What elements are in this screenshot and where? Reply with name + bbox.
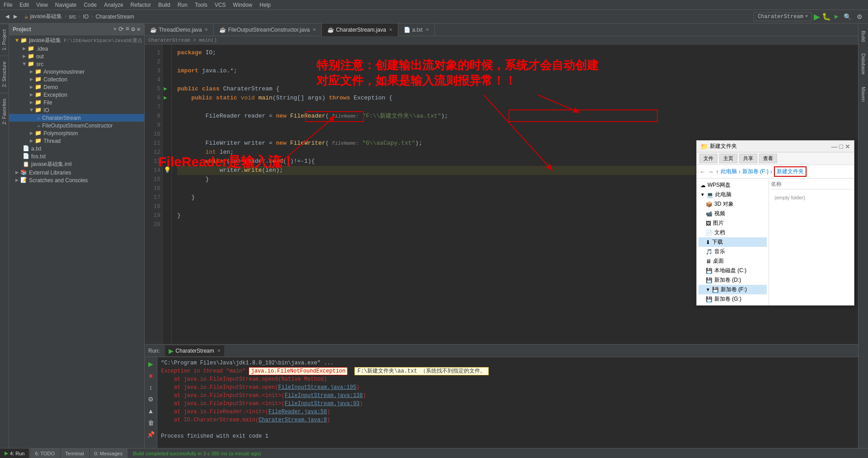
- exp-item-cdrive[interactable]: 💾 本地磁盘 (C:): [698, 266, 767, 275]
- run-rerun-button[interactable]: ▶: [146, 359, 156, 369]
- sidebar-tab-structure[interactable]: 2: Structure: [0, 56, 9, 93]
- output-path-4[interactable]: FileInputStream.java:138: [285, 392, 363, 399]
- explorer-toolbar-file-button[interactable]: 文件: [699, 154, 717, 163]
- tree-item-root[interactable]: ▼ 📁 javase基础集 F:\IDEAworkSpace\JavaSE重点: [9, 36, 144, 45]
- sidebar-tab-favorites[interactable]: 2: Favorites: [0, 93, 9, 130]
- explorer-up-button[interactable]: ↑: [716, 168, 719, 175]
- tree-item-src[interactable]: ▼ 📁 src: [9, 60, 144, 68]
- breadcrumb-project[interactable]: javase基础集: [30, 13, 62, 20]
- debug-button[interactable]: 🐛: [822, 12, 831, 21]
- tree-item-out[interactable]: ▶ 📁 out: [9, 52, 144, 60]
- panel-collapse-icon[interactable]: ≡: [126, 25, 129, 33]
- menu-help[interactable]: Help: [259, 2, 271, 8]
- breadcrumb-src[interactable]: src: [69, 14, 76, 20]
- tab-charaterstream[interactable]: ☕ CharaterStream.java ✕: [322, 24, 398, 36]
- tab-cs-close[interactable]: ✕: [389, 27, 392, 32]
- run-tab-charaterstream[interactable]: ▶ CharaterStream ✕: [165, 345, 224, 356]
- exp-item-music[interactable]: 🎵 音乐: [698, 247, 767, 256]
- tree-item-demo[interactable]: ▶ 📁 Demo: [9, 83, 144, 91]
- menu-edit[interactable]: Edit: [19, 2, 29, 8]
- bottom-tab-messages[interactable]: 0: Messages: [90, 449, 127, 458]
- exp-item-thispc[interactable]: ▼ 💻 此电脑: [698, 190, 767, 199]
- explorer-back-button[interactable]: ←: [699, 168, 706, 175]
- menu-navigate[interactable]: Navigate: [55, 2, 76, 8]
- toolbar-search-button[interactable]: 🔍: [842, 12, 853, 21]
- exp-item-pictures[interactable]: 🖼 图片: [698, 218, 767, 228]
- output-path-3[interactable]: FileInputStream.java:195: [278, 384, 356, 391]
- explorer-forward-button[interactable]: →: [708, 168, 714, 175]
- output-path-6[interactable]: FileReader.java:58: [269, 409, 327, 415]
- tab-threaddemo[interactable]: ☕ ThreadDemo.java ✕: [145, 24, 214, 36]
- run-clear-btn[interactable]: 🗑: [146, 418, 156, 428]
- exp-item-desktop[interactable]: 🖥 桌面: [698, 256, 767, 266]
- tree-item-atxt[interactable]: 📄 a.txt: [9, 145, 144, 152]
- output-path-5[interactable]: FileInputStream.java:93: [285, 401, 360, 407]
- run-fold-btn[interactable]: ▲: [146, 406, 156, 416]
- run-stop-button[interactable]: ■: [146, 371, 156, 381]
- bottom-tab-terminal[interactable]: Terminal: [61, 449, 89, 458]
- tree-item-fostxt[interactable]: 📄 fos.txt: [9, 152, 144, 160]
- run-settings-btn[interactable]: ⚙: [146, 394, 156, 404]
- panel-dropdown-arrow[interactable]: ▼: [113, 27, 117, 32]
- explorer-toolbar-share-button[interactable]: 共享: [739, 154, 757, 163]
- explorer-maximize-button[interactable]: □: [840, 143, 843, 150]
- tree-item-file[interactable]: ▶ 📁 File: [9, 99, 144, 106]
- run-output[interactable]: "C:\Program Files\Java\jdk1.8.0_192\bin\…: [157, 357, 858, 448]
- run-config[interactable]: CharaterStream ▼: [754, 12, 812, 21]
- tree-item-thread[interactable]: ▶ 📁 Thread: [9, 137, 144, 145]
- toolbar-forward-button[interactable]: ▶: [12, 13, 19, 20]
- exp-item-3d[interactable]: 📦 3D 对象: [698, 199, 767, 209]
- right-tab-maven[interactable]: Maven: [859, 81, 868, 107]
- tree-item-external-libraries[interactable]: ▶ 📚 External Libraries: [9, 169, 144, 176]
- menu-code[interactable]: Code: [84, 2, 97, 8]
- panel-settings-icon[interactable]: ⚙: [131, 25, 135, 33]
- exp-item-fdrive[interactable]: ▼ 💾 新加卷 (F:): [698, 285, 767, 294]
- menu-refactor[interactable]: Refactor: [131, 2, 151, 8]
- sidebar-tab-project[interactable]: 1: Project: [0, 24, 9, 56]
- breadcrumb-file[interactable]: CharaterStream: [95, 14, 134, 20]
- exp-item-ddrive[interactable]: 💾 新加卷 (D:): [698, 275, 767, 285]
- tab-fosc-close[interactable]: ✕: [312, 27, 316, 32]
- exp-item-video[interactable]: 📹 视频: [698, 209, 767, 218]
- toolbar-coverage-button[interactable]: ▶: [833, 13, 840, 20]
- run-button[interactable]: ▶: [814, 12, 820, 22]
- explorer-path[interactable]: 此电脑 › 新加卷 (F:) › 新建文件夹: [721, 166, 851, 177]
- tab-atxt[interactable]: 📄 a.txt ✕: [398, 24, 435, 36]
- explorer-toolbar-view-button[interactable]: 查看: [759, 154, 777, 163]
- right-tab-database[interactable]: Database: [859, 48, 868, 80]
- tab-fileoutputstreamconstructor[interactable]: ☕ FileOutputStreamConstructor.java ✕: [214, 24, 322, 36]
- run-scroll-button[interactable]: ↕: [146, 382, 156, 392]
- output-path-7[interactable]: CharaterStream.java:8: [259, 417, 327, 423]
- tree-item-fileoutputstreamconstructor[interactable]: ☕ FileOutputStreamConstructor: [9, 122, 144, 129]
- tree-item-scratches[interactable]: ▶ 📝 Scratches and Consoles: [9, 176, 144, 184]
- tree-item-exception[interactable]: ▶ 📁 Exception: [9, 91, 144, 99]
- panel-close-icon[interactable]: ✕: [137, 25, 141, 33]
- tab-threaddemo-close[interactable]: ✕: [204, 27, 208, 32]
- menu-file[interactable]: File: [4, 2, 12, 8]
- exp-item-network[interactable]: ▶ 🌐 网络: [698, 304, 767, 305]
- panel-sync-icon[interactable]: ⟳: [118, 25, 124, 33]
- tree-item-io[interactable]: ▼ 📁 IO: [9, 106, 144, 114]
- menu-build[interactable]: Build: [158, 2, 170, 8]
- explorer-toolbar-home-button[interactable]: 主页: [719, 154, 737, 163]
- menu-tools[interactable]: Tools: [195, 2, 208, 8]
- menu-vcs[interactable]: VCS: [215, 2, 226, 8]
- bottom-tab-run[interactable]: ▶ 4: Run: [0, 449, 29, 458]
- tree-item-iml[interactable]: 📋 javase基础集.iml: [9, 160, 144, 169]
- tree-item-anonymousinnerclass[interactable]: ▶ 📁 AnonymousInner: [9, 68, 144, 76]
- menu-view[interactable]: View: [36, 2, 48, 8]
- right-tab-build[interactable]: Build: [859, 25, 868, 47]
- tree-item-idea[interactable]: ▶ 📁 .idea: [9, 45, 144, 52]
- menu-run[interactable]: Run: [178, 2, 188, 8]
- exp-item-gdrive[interactable]: 💾 新加卷 (G:): [698, 294, 767, 304]
- tab-atxt-close[interactable]: ✕: [425, 27, 429, 32]
- toolbar-settings-button[interactable]: ⚙: [855, 12, 864, 21]
- bottom-tab-todo[interactable]: 6: TODO: [30, 449, 60, 458]
- exp-item-wps[interactable]: ☁ WPS网盘: [698, 180, 767, 190]
- run-pin-btn[interactable]: 📌: [146, 430, 156, 439]
- exp-item-downloads[interactable]: ⬇ 下载: [698, 237, 767, 247]
- tree-item-collection[interactable]: ▶ 📁 Collection: [9, 76, 144, 83]
- menu-analyze[interactable]: Analyze: [104, 2, 123, 8]
- explorer-close-button[interactable]: ✕: [845, 143, 850, 150]
- menu-window[interactable]: Window: [233, 2, 252, 8]
